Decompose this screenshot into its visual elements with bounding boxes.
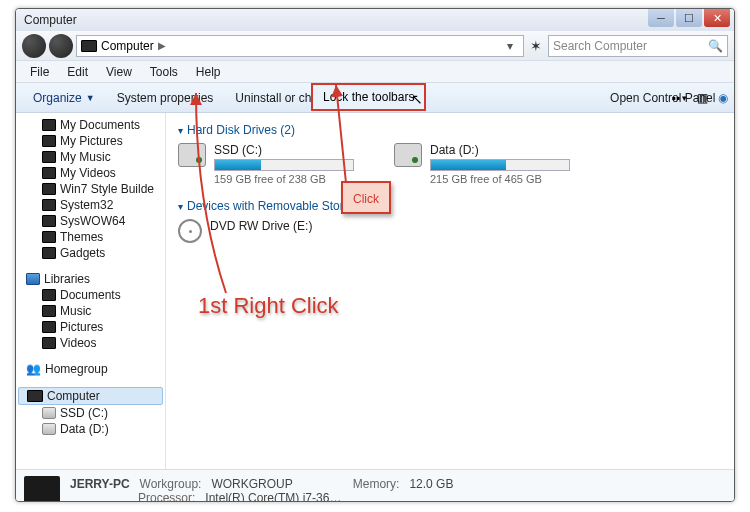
drive-d[interactable]: Data (D:) 215 GB free of 465 GB [394,143,570,185]
menu-view[interactable]: View [98,63,140,81]
search-icon: 🔍 [708,39,723,53]
pc-name: JERRY-PC [70,477,130,491]
drive-label: SSD (C:) [214,143,354,157]
drive-icon [178,143,206,167]
menu-help[interactable]: Help [188,63,229,81]
address-dropdown-icon[interactable]: ▾ [501,39,519,53]
library-icon [42,337,56,349]
preview-pane-button[interactable]: ▥ [697,91,708,105]
menu-file[interactable]: File [22,63,57,81]
drive-free: 215 GB free of 465 GB [430,173,570,185]
sidebar-drive-c[interactable]: SSD (C:) [18,405,163,421]
sidebar-item-win7sb[interactable]: Win7 Style Builde [18,181,163,197]
sidebar-item-myvideos[interactable]: My Videos [18,165,163,181]
navigation-pane[interactable]: My Documents My Pictures My Music My Vid… [16,113,166,469]
close-button[interactable]: ✕ [704,9,730,27]
library-icon [42,305,56,317]
explorer-window: Computer ─ ☐ ✕ Computer ▶ ▾ ✶ Search Com… [15,8,735,502]
collapse-icon[interactable]: ▾ [178,125,183,136]
window-title: Computer [24,13,77,27]
drive-icon [42,423,56,435]
memory-label: Memory: [353,477,400,491]
minimize-button[interactable]: ─ [648,9,674,27]
forward-button[interactable] [49,34,73,58]
library-icon [42,289,56,301]
dvd-icon [178,219,202,243]
homegroup-icon: 👥 [26,362,41,376]
menu-edit[interactable]: Edit [59,63,96,81]
drive-label: DVD RW Drive (E:) [210,219,312,233]
refresh-star-icon[interactable]: ✶ [527,38,545,54]
annotation-click: Click [341,181,391,214]
folder-icon [42,231,56,243]
help-button[interactable]: ◉ [718,91,728,105]
search-input[interactable]: Search Computer 🔍 [548,35,728,57]
toolbar: Organize ▼ System properties Uninstall o… [16,83,734,113]
workgroup-value: WORKGROUP [211,477,292,491]
capacity-bar [214,159,354,171]
drive-label: Data (D:) [430,143,570,157]
sidebar-item-mydocuments[interactable]: My Documents [18,117,163,133]
folder-icon [42,135,56,147]
search-placeholder: Search Computer [553,39,647,53]
sidebar-homegroup[interactable]: 👥Homegroup [18,361,163,377]
drive-icon [42,407,56,419]
breadcrumb[interactable]: Computer ▶ ▾ [76,35,524,57]
folder-icon [42,183,56,195]
sidebar-item-gadgets[interactable]: Gadgets [18,245,163,261]
annotation-rightclick: 1st Right Click [198,293,339,319]
group-hdd[interactable]: ▾Hard Disk Drives (2) [178,123,722,137]
menubar: File Edit View Tools Help [16,61,734,83]
drive-icon [394,143,422,167]
sidebar-libraries[interactable]: Libraries [18,271,163,287]
sidebar-item-pictures[interactable]: Pictures [18,319,163,335]
computer-icon [27,390,43,402]
sidebar-item-system32[interactable]: System32 [18,197,163,213]
drive-free: 159 GB free of 238 GB [214,173,354,185]
drive-c[interactable]: SSD (C:) 159 GB free of 238 GB [178,143,354,185]
cpu-label: Processor: [138,491,195,503]
titlebar[interactable]: Computer ─ ☐ ✕ [16,9,734,31]
view-mode-button[interactable]: ▪▪▾ [671,91,687,105]
library-icon [42,321,56,333]
memory-value: 12.0 GB [409,477,453,491]
chevron-down-icon: ▼ [86,93,95,103]
computer-thumb-icon [24,476,60,503]
workgroup-label: Workgroup: [140,477,202,491]
folder-icon [42,151,56,163]
folder-icon [42,215,56,227]
sidebar-item-themes[interactable]: Themes [18,229,163,245]
sidebar-computer[interactable]: Computer [18,387,163,405]
sidebar-item-mymusic[interactable]: My Music [18,149,163,165]
folder-icon [42,199,56,211]
chevron-right-icon[interactable]: ▶ [158,40,166,51]
libraries-icon [26,273,40,285]
content-pane[interactable]: ▾Hard Disk Drives (2) SSD (C:) 159 GB fr… [166,113,734,469]
computer-icon [81,40,97,52]
group-removable[interactable]: ▾Devices with Removable Storag [178,199,722,213]
breadcrumb-root[interactable]: Computer [101,39,154,53]
sidebar-item-documents[interactable]: Documents [18,287,163,303]
cpu-value: Intel(R) Core(TM) i7-36… [205,491,341,503]
folder-icon [42,119,56,131]
back-button[interactable] [22,34,46,58]
sidebar-item-music[interactable]: Music [18,303,163,319]
maximize-button[interactable]: ☐ [676,9,702,27]
sidebar-drive-d[interactable]: Data (D:) [18,421,163,437]
body: My Documents My Pictures My Music My Vid… [16,113,734,469]
collapse-icon[interactable]: ▾ [178,201,183,212]
sidebar-item-mypictures[interactable]: My Pictures [18,133,163,149]
folder-icon [42,167,56,179]
drive-dvd[interactable]: DVD RW Drive (E:) [178,219,312,243]
folder-icon [42,247,56,259]
context-lock-toolbars[interactable]: Lock the toolbars [311,83,426,111]
sidebar-item-syswow64[interactable]: SysWOW64 [18,213,163,229]
system-properties-button[interactable]: System properties [106,87,225,109]
sidebar-item-videos[interactable]: Videos [18,335,163,351]
capacity-bar [430,159,570,171]
menu-tools[interactable]: Tools [142,63,186,81]
status-bar: JERRY-PC Workgroup: WORKGROUP Memory: 12… [16,469,734,502]
cursor-icon: ↖ [411,91,423,107]
view-buttons: ▪▪▾ ▥ ◉ [671,91,728,105]
organize-button[interactable]: Organize ▼ [22,87,106,109]
